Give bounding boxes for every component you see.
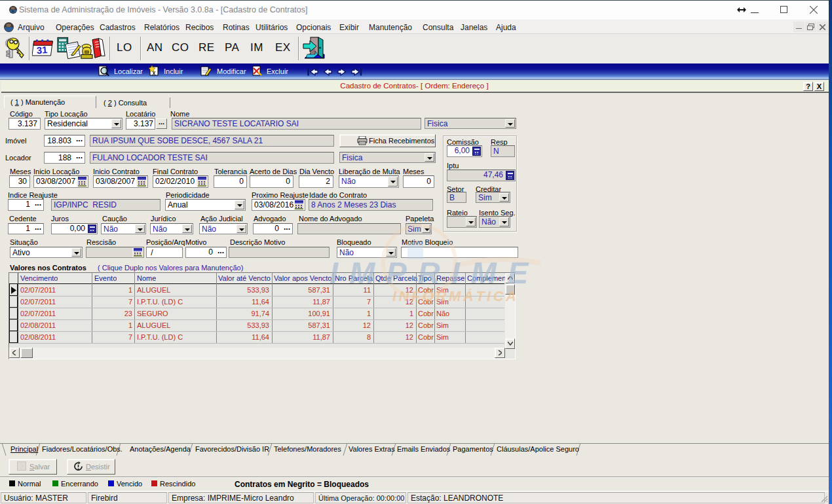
svg-text:31: 31 — [36, 45, 47, 56]
